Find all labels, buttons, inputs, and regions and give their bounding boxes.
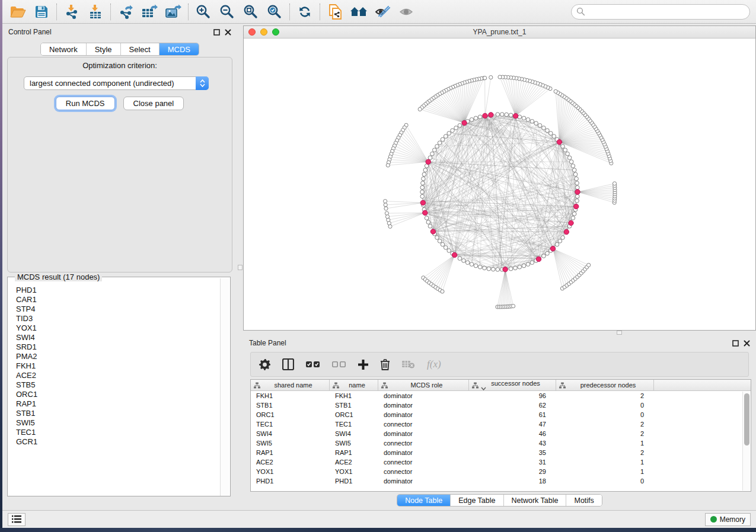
mcds-result-item[interactable]: STB5 <box>16 380 220 390</box>
network-node[interactable] <box>569 160 573 164</box>
table-cell[interactable]: PHD1 <box>330 476 378 486</box>
mcds-result-item[interactable]: CAR1 <box>16 295 220 305</box>
network-leaf-node[interactable] <box>384 207 388 210</box>
open-folder-icon[interactable] <box>6 2 30 22</box>
network-node[interactable] <box>513 266 518 270</box>
network-node[interactable] <box>534 121 538 126</box>
mcds-result-item[interactable]: STP4 <box>16 305 220 314</box>
table-cell[interactable]: RAP1 <box>330 448 378 457</box>
network-mcds-hub-node[interactable] <box>574 204 579 209</box>
network-node[interactable] <box>496 113 500 117</box>
table-cell[interactable]: 2 <box>556 419 654 429</box>
mcds-result-item[interactable]: PHD1 <box>16 286 220 295</box>
table-row[interactable]: SWI5SWI5connector431 <box>251 438 751 448</box>
network-node[interactable] <box>526 118 530 122</box>
tab-style[interactable]: Style <box>87 43 121 55</box>
network-leaf-node[interactable] <box>418 107 422 111</box>
network-node[interactable] <box>576 185 580 190</box>
task-history-button[interactable] <box>8 513 25 526</box>
network-mcds-hub-node[interactable] <box>489 113 493 117</box>
network-mcds-hub-node[interactable] <box>420 200 425 205</box>
column-header-successor-nodes[interactable]: successor nodes <box>469 380 556 390</box>
network-node[interactable] <box>487 267 491 271</box>
import-network-icon[interactable] <box>60 2 84 22</box>
network-node[interactable] <box>428 156 432 160</box>
table-cell[interactable]: YOX1 <box>251 467 330 476</box>
mcds-result-item[interactable]: TEC1 <box>16 428 220 437</box>
network-node[interactable] <box>428 225 432 229</box>
network-node[interactable] <box>542 254 546 258</box>
network-node[interactable] <box>422 177 426 181</box>
network-node[interactable] <box>546 129 550 133</box>
network-leaf-node[interactable] <box>388 225 392 228</box>
table-row[interactable]: YOX1YOX1connector291 <box>251 467 751 476</box>
network-leaf-node[interactable] <box>385 211 388 215</box>
network-node[interactable] <box>458 124 462 128</box>
network-node[interactable] <box>575 181 579 185</box>
export-image-icon[interactable] <box>161 2 185 22</box>
network-node[interactable] <box>444 134 448 139</box>
zoom-selected-icon[interactable] <box>263 2 286 22</box>
network-mcds-hub-node[interactable] <box>557 140 562 145</box>
table-cell[interactable]: dominator <box>378 391 469 400</box>
network-node[interactable] <box>447 132 451 136</box>
network-leaf-node[interactable] <box>384 200 387 203</box>
network-node[interactable] <box>458 257 462 261</box>
network-node[interactable] <box>530 261 534 265</box>
table-cell[interactable]: 61 <box>469 410 556 419</box>
network-node[interactable] <box>478 265 482 269</box>
network-mcds-hub-node[interactable] <box>575 190 580 194</box>
mcds-result-item[interactable]: SWI5 <box>16 418 220 428</box>
table-cell[interactable]: 0 <box>556 410 654 419</box>
network-node[interactable] <box>441 242 445 246</box>
network-node[interactable] <box>567 156 572 160</box>
network-node[interactable] <box>492 267 496 271</box>
network-node[interactable] <box>441 137 445 142</box>
table-cell[interactable]: FKH1 <box>330 391 378 400</box>
network-node[interactable] <box>561 145 565 149</box>
network-node[interactable] <box>546 251 550 255</box>
network-node[interactable] <box>526 262 530 267</box>
zoom-out-icon[interactable] <box>215 2 239 22</box>
network-node[interactable] <box>438 141 442 145</box>
table-cell[interactable]: 0 <box>556 400 654 410</box>
horizontal-splitter[interactable] <box>243 331 756 335</box>
network-node[interactable] <box>420 190 425 194</box>
network-node[interactable] <box>426 220 430 225</box>
network-node[interactable] <box>470 118 474 122</box>
network-node[interactable] <box>496 268 500 272</box>
table-cell[interactable]: SWI5 <box>251 438 330 448</box>
network-node[interactable] <box>572 212 576 216</box>
table-cell[interactable]: 46 <box>469 429 556 438</box>
network-node[interactable] <box>500 113 504 117</box>
network-node[interactable] <box>465 261 470 265</box>
mcds-result-item[interactable]: PMA2 <box>16 352 220 361</box>
save-icon[interactable] <box>30 2 53 22</box>
close-panel-button[interactable]: Close panel <box>123 97 184 110</box>
clone-network-icon[interactable] <box>323 2 347 22</box>
table-cell[interactable]: 0 <box>556 476 654 486</box>
table-cell[interactable]: 2 <box>556 448 654 457</box>
table-settings-gear-icon[interactable] <box>259 359 270 370</box>
table-cell[interactable]: connector <box>378 467 469 476</box>
table-row[interactable]: ACE2ACE2connector311 <box>251 457 751 467</box>
network-mcds-hub-node[interactable] <box>503 267 508 272</box>
table-cell[interactable]: connector <box>378 438 469 448</box>
mcds-result-item[interactable]: SWI4 <box>16 333 220 342</box>
network-node[interactable] <box>425 216 429 220</box>
network-node[interactable] <box>474 116 478 120</box>
table-cell[interactable]: 1 <box>556 467 654 476</box>
table-cell[interactable]: dominator <box>378 400 469 410</box>
add-column-icon[interactable] <box>358 360 368 370</box>
table-cell[interactable]: 47 <box>469 419 556 429</box>
mcds-result-item[interactable]: YOX1 <box>16 323 220 333</box>
table-cell[interactable]: 96 <box>469 391 556 400</box>
network-mcds-hub-node[interactable] <box>426 159 430 164</box>
table-cell[interactable]: 1 <box>556 457 654 467</box>
zoom-fit-icon[interactable] <box>239 2 263 22</box>
table-cell[interactable]: ACE2 <box>330 457 378 467</box>
tab-mcds[interactable]: MCDS <box>160 43 199 55</box>
network-leaf-node[interactable] <box>613 182 616 185</box>
network-node[interactable] <box>572 168 576 172</box>
network-leaf-node[interactable] <box>587 263 591 267</box>
